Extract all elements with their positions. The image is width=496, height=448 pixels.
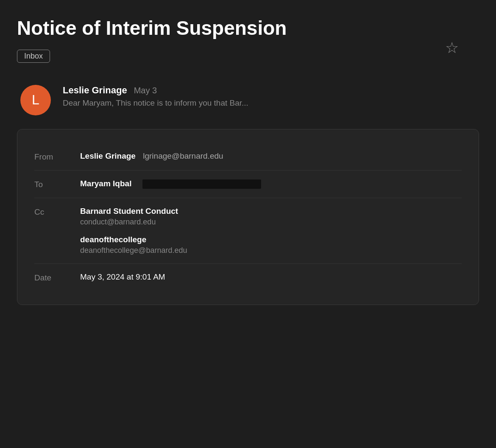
cc-label: Cc <box>34 207 60 217</box>
to-row: To Maryam Iqbal <box>34 171 462 198</box>
from-label: From <box>34 151 60 162</box>
to-value: Maryam Iqbal <box>80 179 462 189</box>
avatar: L <box>20 85 51 115</box>
cc-value: Barnard Student Conduct conduct@barnard.… <box>80 207 462 255</box>
star-button[interactable]: ☆ <box>445 39 459 57</box>
sender-name: Leslie Grinage <box>63 85 127 96</box>
sender-preview-text: Dear Maryam, This notice is to inform yo… <box>63 98 248 108</box>
sender-preview-row: L Leslie Grinage May 3 Dear Maryam, This… <box>17 83 479 115</box>
to-email-redacted <box>142 179 261 189</box>
inbox-badge[interactable]: Inbox <box>17 50 50 63</box>
cc-email-1: conduct@barnard.edu <box>80 218 462 227</box>
date-row: Date May 3, 2024 at 9:01 AM <box>34 264 462 291</box>
cc-entry-2: deanofthecollege deanofthecollege@barnar… <box>80 235 462 255</box>
date-value: May 3, 2024 at 9:01 AM <box>80 272 462 282</box>
from-name: Leslie Grinage <box>80 151 136 160</box>
from-row: From Leslie Grinage lgrinage@barnard.edu <box>34 143 462 171</box>
from-value: Leslie Grinage lgrinage@barnard.edu <box>80 151 462 161</box>
cc-email-2: deanofthecollege@barnard.edu <box>80 246 462 255</box>
email-title: Notice of Interim Suspension <box>17 17 479 39</box>
cc-entry-1: Barnard Student Conduct conduct@barnard.… <box>80 207 462 227</box>
to-name: Maryam Iqbal <box>80 179 131 188</box>
from-email: lgrinage@barnard.edu <box>143 151 223 160</box>
date-label: Date <box>34 272 60 283</box>
to-label: To <box>34 179 60 189</box>
cc-name-2: deanofthecollege <box>80 235 462 244</box>
sender-date: May 3 <box>134 86 157 95</box>
sender-info: Leslie Grinage May 3 Dear Maryam, This n… <box>63 83 248 108</box>
cc-row: Cc Barnard Student Conduct conduct@barna… <box>34 198 462 264</box>
cc-name-1: Barnard Student Conduct <box>80 207 462 216</box>
email-details-card: From Leslie Grinage lgrinage@barnard.edu… <box>17 129 479 305</box>
